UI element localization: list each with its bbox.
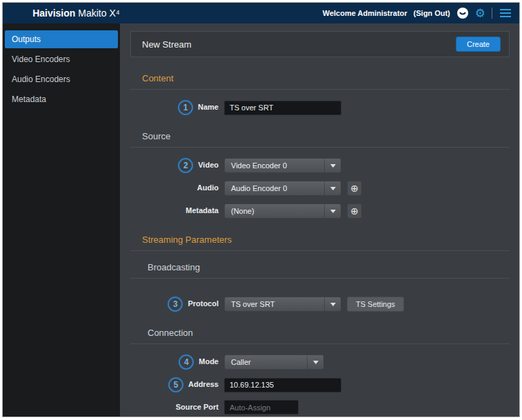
video-row: 2 Video Video Encoder 0 [130,158,510,173]
metadata-label: Metadata [185,206,219,215]
audio-row: Audio Audio Encoder 0 ⊕ [130,181,510,196]
address-input[interactable] [224,378,341,392]
panel-header: New Stream Create [130,31,510,57]
video-control: Video Encoder 0 [224,158,341,173]
protocol-select-value: TS over SRT [225,300,324,308]
sidebar-item-metadata[interactable]: Metadata [5,90,118,108]
name-row: 1 Name [130,100,510,115]
metadata-row: Metadata (None) ⊕ [130,203,510,219]
top-header: Haivision Makito X⁴ Welcome Administrato… [3,3,519,23]
sidebar-item-label: Audio Encoders [12,74,70,84]
sidebar-item-label: Metadata [12,94,46,104]
mode-control: Caller [224,354,324,370]
step-badge-2: 2 [178,158,193,173]
source-port-row: Source Port [130,400,510,414]
section-title-content: Content [130,73,510,90]
header-actions: Welcome Administrator (Sign Out) ⚙ [323,7,512,19]
name-label-col: 1 Name [130,100,219,115]
audio-label-col: Audio [130,183,219,192]
page: Haivision Makito X⁴ Welcome Administrato… [0,0,522,420]
sidebar-item-audio-encoders[interactable]: Audio Encoders [5,70,118,88]
video-select[interactable]: Video Encoder 0 [224,158,341,173]
audio-control: Audio Encoder 0 ⊕ [224,181,362,196]
plus-icon: ⊕ [350,183,359,193]
source-port-label-col: Source Port [130,403,219,412]
mode-label-col: 4 Mode [130,354,219,370]
plus-icon: ⊕ [350,206,359,216]
video-label: Video [198,161,219,170]
page-title: New Stream [142,39,192,50]
metadata-select-value: (None) [225,207,324,215]
audio-select-value: Audio Encoder 0 [225,184,324,192]
status-icon[interactable] [456,7,469,19]
chevron-down-icon [324,181,341,195]
add-audio-button[interactable]: ⊕ [347,181,362,196]
gear-icon[interactable]: ⚙ [475,8,485,19]
header-divider [492,8,492,19]
audio-label: Audio [197,183,219,192]
sidebar-item-label: Outputs [12,34,41,44]
create-button[interactable]: Create [456,37,501,52]
step-badge-1: 1 [178,100,193,115]
section-title-streaming: Streaming Parameters [130,234,510,251]
sidebar: Outputs Video Encoders Audio Encoders Me… [3,23,120,417]
mode-select[interactable]: Caller [224,354,324,370]
metadata-select[interactable]: (None) [224,203,341,219]
protocol-label: Protocol [188,299,219,308]
section-title-broadcasting: Broadcasting [130,262,510,279]
audio-select[interactable]: Audio Encoder 0 [224,181,341,196]
address-row: 5 Address [130,377,510,392]
source-port-label: Source Port [176,403,219,412]
ts-settings-button[interactable]: TS Settings [347,297,404,312]
step-badge-5: 5 [168,377,183,392]
video-select-value: Video Encoder 0 [225,161,324,170]
address-control [224,378,341,392]
address-label: Address [188,380,219,389]
metadata-label-col: Metadata [130,206,219,215]
menu-icon[interactable] [499,8,512,19]
section-title-source: Source [130,131,510,148]
chevron-down-icon [324,204,341,218]
welcome-text: Welcome Administrator [323,9,408,17]
name-control [224,101,341,115]
step-badge-3: 3 [168,297,183,312]
brand-name: Haivision [32,8,75,19]
sidebar-item-outputs[interactable]: Outputs [5,30,118,48]
source-port-input[interactable] [224,400,299,414]
app-body: Outputs Video Encoders Audio Encoders Me… [3,23,519,417]
protocol-row: 3 Protocol TS over SRT TS Settings [130,297,510,312]
app-window: Haivision Makito X⁴ Welcome Administrato… [2,2,520,417]
sidebar-item-video-encoders[interactable]: Video Encoders [5,50,118,68]
protocol-select[interactable]: TS over SRT [224,297,341,312]
protocol-label-col: 3 Protocol [130,297,219,312]
section-title-connection: Connection [130,328,510,344]
mode-select-value: Caller [225,358,307,366]
sidebar-item-label: Video Encoders [12,54,70,64]
sign-out-link[interactable]: (Sign Out) [414,9,450,17]
name-label: Name [198,103,219,112]
mode-row: 4 Mode Caller [130,354,510,370]
chevron-down-icon [324,159,341,172]
protocol-control: TS over SRT TS Settings [224,297,404,312]
mode-label: Mode [199,357,219,366]
step-badge-4: 4 [179,354,194,370]
chevron-down-icon [324,297,341,311]
add-metadata-button[interactable]: ⊕ [347,203,362,219]
name-input[interactable] [224,101,341,115]
chevron-down-icon [307,355,323,369]
video-label-col: 2 Video [130,158,219,173]
main-content: New Stream Create Content 1 Name Source [120,23,519,417]
metadata-control: (None) ⊕ [224,203,362,219]
brand-product: Makito X⁴ [75,8,119,19]
source-port-control [224,400,299,414]
address-label-col: 5 Address [130,377,219,392]
